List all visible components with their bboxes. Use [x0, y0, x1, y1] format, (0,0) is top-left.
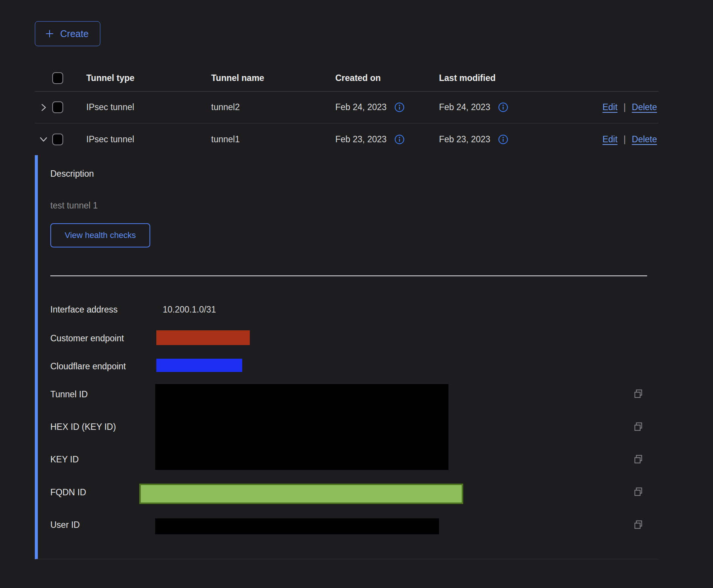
info-icon[interactable]: [498, 102, 508, 112]
row-checkbox[interactable]: [52, 134, 63, 145]
interface-address-label: Interface address: [50, 304, 118, 315]
table-header-row: Tunnel type Tunnel name Created on Last …: [35, 65, 659, 92]
select-all-checkbox[interactable]: [52, 72, 63, 84]
ids-redacted-value: [155, 384, 448, 470]
table-row: IPsec tunnel tunnel2 Feb 24, 2023 Feb 24…: [35, 92, 659, 123]
fqdn-id-label: FQDN ID: [50, 487, 86, 498]
chevron-right-icon: [38, 102, 49, 113]
tunnel-type-cell: IPsec tunnel: [86, 134, 211, 145]
created-on-cell: Feb 23, 2023: [335, 134, 387, 145]
plus-icon: [44, 28, 55, 39]
copy-icon: [633, 519, 644, 530]
section-divider: [50, 275, 647, 276]
copy-icon: [633, 388, 644, 400]
delete-link[interactable]: Delete: [632, 102, 657, 112]
info-icon[interactable]: [394, 102, 405, 112]
chevron-down-icon: [38, 134, 49, 145]
copy-icon: [633, 421, 644, 432]
column-header-last-modified: Last modified: [439, 73, 577, 83]
created-on-cell: Feb 24, 2023: [335, 102, 387, 112]
collapse-row-button[interactable]: [38, 134, 49, 145]
copy-fqdn-id-button[interactable]: [633, 486, 644, 498]
customer-endpoint-redacted-value: [156, 330, 250, 345]
last-modified-cell: Feb 23, 2023: [439, 134, 490, 145]
info-icon[interactable]: [498, 134, 508, 145]
description-value: test tunnel 1: [50, 201, 98, 211]
tunnel-type-cell: IPsec tunnel: [86, 102, 211, 112]
copy-icon: [633, 486, 644, 498]
create-button[interactable]: Create: [35, 21, 100, 46]
info-icon[interactable]: [394, 134, 405, 145]
tunnel-id-label: Tunnel ID: [50, 389, 88, 400]
description-label: Description: [50, 169, 94, 179]
user-id-redacted-value: [155, 518, 439, 534]
copy-icon: [633, 454, 644, 465]
hex-id-label: HEX ID (KEY ID): [50, 421, 116, 432]
edit-link[interactable]: Edit: [602, 102, 618, 112]
copy-hex-id-button[interactable]: [633, 421, 644, 432]
tunnel-details-panel: Description test tunnel 1 View health ch…: [35, 155, 659, 559]
copy-tunnel-id-button[interactable]: [633, 388, 644, 400]
interface-address-value: 10.200.1.0/31: [163, 304, 216, 315]
delete-link[interactable]: Delete: [632, 134, 657, 145]
action-separator: |: [624, 102, 626, 112]
last-modified-cell: Feb 24, 2023: [439, 102, 490, 112]
table-row: IPsec tunnel tunnel1 Feb 23, 2023 Feb 23…: [35, 123, 659, 155]
copy-user-id-button[interactable]: [633, 519, 644, 530]
column-header-created-on: Created on: [335, 73, 439, 83]
edit-link[interactable]: Edit: [602, 134, 618, 145]
key-id-label: KEY ID: [50, 454, 79, 465]
create-button-label: Create: [60, 28, 89, 39]
action-separator: |: [624, 134, 626, 145]
cloudflare-endpoint-redacted-value: [156, 359, 242, 372]
tunnels-table: Tunnel type Tunnel name Created on Last …: [35, 65, 659, 155]
view-health-checks-button[interactable]: View health checks: [50, 223, 150, 247]
cloudflare-endpoint-label: Cloudflare endpoint: [50, 361, 126, 372]
tunnel-name-cell: tunnel1: [211, 134, 335, 145]
fqdn-id-redacted-value: [139, 484, 463, 504]
column-header-tunnel-type: Tunnel type: [86, 73, 211, 83]
copy-key-id-button[interactable]: [633, 454, 644, 465]
expand-row-button[interactable]: [38, 102, 49, 113]
tunnels-page: Create Tunnel type Tunnel name Created o…: [0, 0, 713, 588]
user-id-label: User ID: [50, 519, 80, 530]
row-checkbox[interactable]: [52, 101, 63, 113]
tunnel-name-cell: tunnel2: [211, 102, 335, 112]
column-header-tunnel-name: Tunnel name: [211, 73, 335, 83]
customer-endpoint-label: Customer endpoint: [50, 333, 124, 344]
